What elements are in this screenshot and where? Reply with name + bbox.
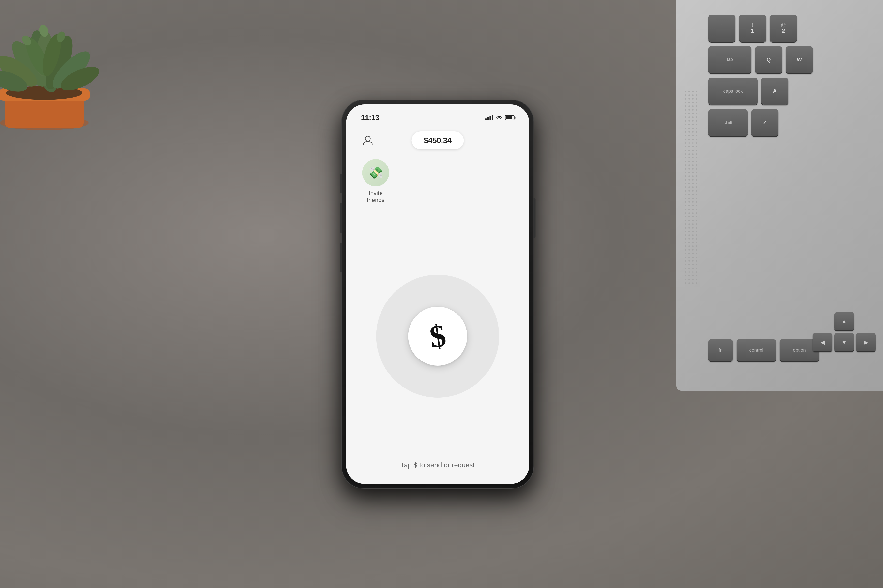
key-fn[interactable]: fn xyxy=(709,339,733,361)
svg-rect-18 xyxy=(685,91,697,285)
battery-icon xyxy=(505,115,514,120)
outer-circle: $ xyxy=(376,275,499,398)
dollar-button[interactable]: $ xyxy=(408,307,467,366)
status-bar: 11:13 xyxy=(346,104,529,124)
app-header: $450.34 xyxy=(346,124,529,154)
contacts-row: 💸 Invite friends xyxy=(346,154,529,209)
key-tab[interactable]: tab xyxy=(709,46,751,73)
key-a[interactable]: A xyxy=(761,78,788,105)
key-arrow-up[interactable]: ▲ xyxy=(834,312,854,330)
key-arrow-down[interactable]: ▼ xyxy=(834,333,854,351)
invite-friends-label: Invite friends xyxy=(361,190,390,204)
key-1[interactable]: ! 1 xyxy=(739,15,766,42)
smartphone: 11:13 xyxy=(341,100,534,488)
key-control[interactable]: control xyxy=(737,339,776,361)
key-tilde[interactable]: ~ ` xyxy=(709,15,736,42)
key-z[interactable]: Z xyxy=(751,109,778,136)
instruction-text: Tap $ to send or request xyxy=(346,454,529,484)
key-capslock[interactable]: caps lock xyxy=(709,78,758,105)
key-arrow-right[interactable]: ▶ xyxy=(856,333,875,351)
phone-screen: 11:13 xyxy=(346,104,529,484)
laptop: ~ ` ! 1 @ 2 xyxy=(639,0,883,391)
succulent-plant xyxy=(0,0,130,135)
status-time: 11:13 xyxy=(361,114,379,122)
wifi-icon xyxy=(496,115,502,120)
invite-friends-item[interactable]: 💸 Invite friends xyxy=(361,159,390,204)
svg-point-19 xyxy=(365,136,370,141)
key-2[interactable]: @ 2 xyxy=(770,15,797,42)
main-action-area: $ xyxy=(346,219,529,454)
dollar-symbol: $ xyxy=(427,319,448,353)
key-shift[interactable]: shift xyxy=(709,109,748,136)
key-arrow-left[interactable]: ◀ xyxy=(813,333,832,351)
balance-display: $450.34 xyxy=(412,132,463,149)
profile-button[interactable] xyxy=(361,134,375,147)
key-q[interactable]: Q xyxy=(755,46,782,73)
key-w[interactable]: W xyxy=(786,46,813,73)
status-icons xyxy=(485,115,514,120)
invite-friends-avatar: 💸 xyxy=(362,159,389,186)
signal-icon xyxy=(485,115,493,120)
